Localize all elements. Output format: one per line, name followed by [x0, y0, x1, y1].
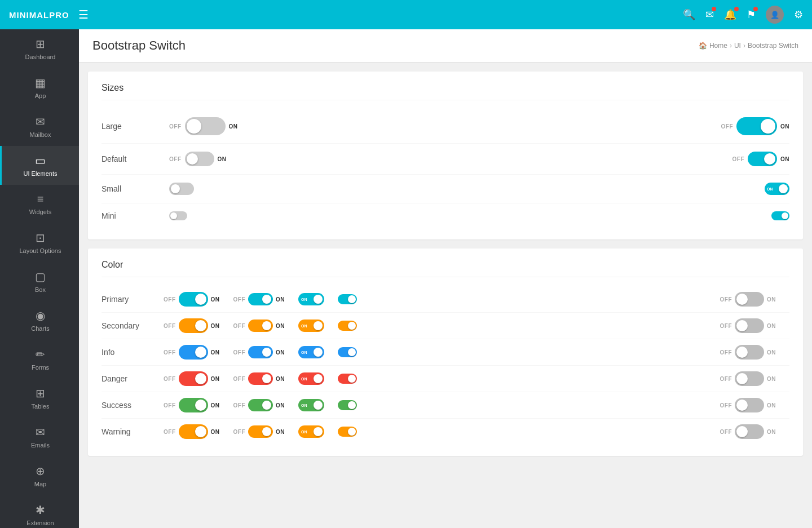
- mini-toggle-off[interactable]: [169, 211, 187, 220]
- sidebar-label-app: App: [35, 92, 46, 99]
- sidebar-label-map: Map: [34, 481, 46, 487]
- tables-icon: ⊞: [36, 387, 45, 400]
- primary-toggle-dot[interactable]: [338, 294, 357, 304]
- success-group3: ON: [298, 399, 324, 411]
- secondary-toggle-dot[interactable]: [338, 321, 357, 331]
- flag-badge: [753, 7, 758, 11]
- sidebar-label-emails: Emails: [31, 442, 50, 449]
- mail-icon[interactable]: ✉: [705, 8, 714, 21]
- warning-toggle-gray[interactable]: [735, 424, 764, 439]
- search-icon[interactable]: 🔍: [683, 8, 695, 21]
- primary-toggle-gray[interactable]: [735, 292, 764, 307]
- color-label-primary: Primary: [102, 295, 164, 304]
- primary-toggle-lg[interactable]: [179, 292, 208, 307]
- danger-group5: OFF ON: [720, 371, 776, 386]
- sidebar-item-app[interactable]: ▦ App: [0, 68, 79, 107]
- info-toggle-dot[interactable]: [338, 347, 357, 357]
- color-label-info: Info: [102, 348, 164, 357]
- widgets-icon: ≡: [37, 193, 44, 206]
- breadcrumb: 🏠 Home › UI › Bootstrap Switch: [699, 42, 798, 50]
- bell-icon[interactable]: 🔔: [724, 8, 736, 21]
- sidebar-item-dashboard[interactable]: ⊞ Dashboard: [0, 29, 79, 68]
- secondary-toggle-gray[interactable]: [735, 318, 764, 333]
- small-off-switch: OFF: [169, 183, 194, 195]
- danger-toggle-lg[interactable]: [179, 371, 208, 386]
- sidebar: ⊞ Dashboard ▦ App ✉ Mailbox ▭ UI Element…: [0, 29, 79, 528]
- home-icon: 🏠: [699, 42, 707, 50]
- info-group4: [338, 347, 357, 357]
- sidebar-item-ui-elements[interactable]: ▭ UI Elements: [0, 146, 79, 185]
- danger-group2: OFF ON: [233, 372, 285, 385]
- warning-group3: ON: [298, 425, 324, 438]
- mail-badge: [712, 7, 716, 11]
- sidebar-label-dashboard: Dashboard: [25, 54, 56, 60]
- page-title: Bootstrap Switch: [92, 38, 186, 53]
- mini-on-switch: [771, 211, 789, 220]
- secondary-toggle-lg[interactable]: [179, 318, 208, 333]
- secondary-group1: OFF ON: [164, 318, 220, 333]
- success-toggle-lg[interactable]: [179, 398, 208, 412]
- secondary-toggle-pill[interactable]: ON: [298, 320, 324, 332]
- danger-toggle-dot[interactable]: [338, 374, 357, 384]
- info-toggle-lg[interactable]: [179, 345, 208, 360]
- sidebar-label-charts: Charts: [31, 325, 49, 332]
- color-label-secondary: Secondary: [102, 321, 164, 330]
- sidebar-item-mailbox[interactable]: ✉ Mailbox: [0, 107, 79, 146]
- small-toggle-on[interactable]: ON: [765, 183, 789, 195]
- success-toggle-md[interactable]: [248, 399, 273, 411]
- warning-toggle-lg[interactable]: [179, 424, 208, 439]
- sidebar-item-layout[interactable]: ⊡ Layout Options: [0, 223, 79, 262]
- sidebar-item-box[interactable]: ▢ Box: [0, 262, 79, 301]
- sidebar-item-charts[interactable]: ◉ Charts: [0, 301, 79, 340]
- success-toggle-dot[interactable]: [338, 400, 357, 410]
- color-label-danger: Danger: [102, 374, 164, 383]
- danger-toggle-pill[interactable]: ON: [298, 372, 324, 385]
- sidebar-label-ui: UI Elements: [24, 170, 58, 177]
- primary-toggle-pill[interactable]: ON: [298, 293, 324, 305]
- success-toggle-gray[interactable]: [735, 398, 764, 412]
- danger-toggle-gray[interactable]: [735, 371, 764, 386]
- color-label-warning: Warning: [102, 427, 164, 436]
- info-toggle-md[interactable]: [248, 346, 273, 358]
- hamburger-icon[interactable]: ☰: [78, 8, 89, 21]
- size-label-mini: Mini: [102, 211, 169, 220]
- default-toggle-on[interactable]: [748, 152, 777, 166]
- flag-icon[interactable]: ⚑: [747, 8, 756, 21]
- sizes-title: Sizes: [102, 83, 789, 100]
- small-toggle-off[interactable]: OFF: [169, 183, 194, 195]
- info-group3: ON: [298, 346, 324, 358]
- large-toggle-on[interactable]: [736, 117, 777, 135]
- content-area: Bootstrap Switch 🏠 Home › UI › Bootstrap…: [79, 29, 812, 528]
- warning-toggle-dot[interactable]: [338, 427, 357, 437]
- primary-group1: OFF ON: [164, 292, 220, 307]
- page-header: Bootstrap Switch 🏠 Home › UI › Bootstrap…: [79, 29, 812, 63]
- off-label: OFF: [721, 123, 734, 130]
- large-off-switch: OFF ON: [169, 117, 238, 135]
- info-group5: OFF ON: [720, 345, 776, 360]
- large-toggle-off[interactable]: [185, 117, 226, 135]
- danger-toggle-md[interactable]: [248, 372, 273, 385]
- mini-toggle-on[interactable]: [771, 211, 789, 220]
- sidebar-item-forms[interactable]: ✏ Forms: [0, 340, 79, 379]
- warning-group1: OFF ON: [164, 424, 220, 439]
- sidebar-item-tables[interactable]: ⊞ Tables: [0, 379, 79, 418]
- off-label: OFF: [169, 156, 182, 162]
- primary-toggle-md[interactable]: [248, 293, 273, 305]
- warning-toggle-md[interactable]: [248, 425, 273, 438]
- default-toggle-off[interactable]: [185, 152, 214, 166]
- size-label-small: Small: [102, 184, 169, 193]
- info-toggle-pill[interactable]: ON: [298, 346, 324, 358]
- info-toggle-gray[interactable]: [735, 345, 764, 360]
- warning-toggle-pill[interactable]: ON: [298, 425, 324, 438]
- size-row-small: Small OFF ON: [102, 175, 789, 203]
- avatar[interactable]: 👤: [766, 6, 784, 24]
- settings-icon[interactable]: ⚙: [794, 8, 803, 21]
- sidebar-item-extension[interactable]: ✱ Extension: [0, 495, 79, 528]
- success-toggle-pill[interactable]: ON: [298, 399, 324, 411]
- sidebar-label-forms: Forms: [32, 364, 49, 371]
- sidebar-item-map[interactable]: ⊕ Map: [0, 456, 79, 495]
- sidebar-item-emails[interactable]: ✉ Emails: [0, 418, 79, 456]
- success-group1: OFF ON: [164, 398, 220, 412]
- secondary-toggle-md[interactable]: [248, 320, 273, 332]
- sidebar-item-widgets[interactable]: ≡ Widgets: [0, 185, 79, 223]
